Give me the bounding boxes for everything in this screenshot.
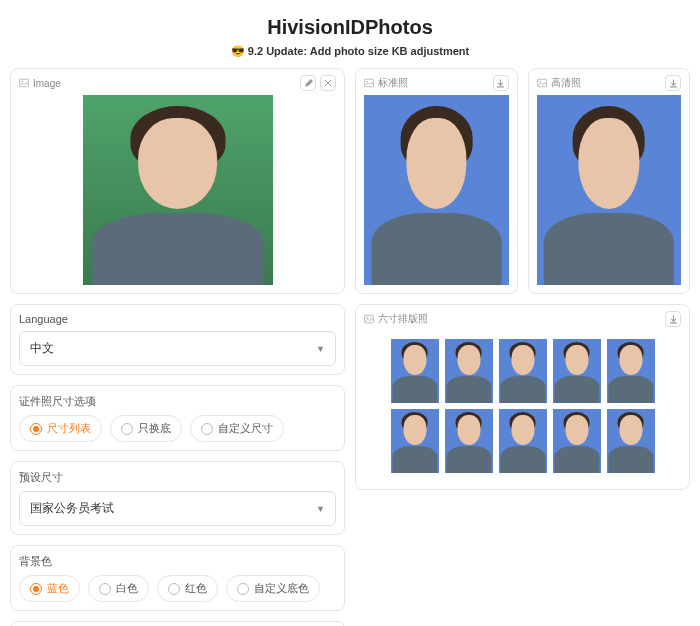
image-panel-label: Image [33,78,61,89]
bg-color-white[interactable]: 白色 [88,575,149,602]
radio-icon [168,583,180,595]
layout-thumb [553,339,601,403]
svg-point-3 [366,81,368,83]
preset-size-select[interactable]: 国家公务员考试 ▼ [19,491,336,526]
size-options-panel: 证件照尺寸选项 尺寸列表 只换底 自定义尺寸 [10,385,345,451]
hd-photo-output[interactable] [537,95,682,285]
radio-icon [30,583,42,595]
layout-thumb [445,409,493,473]
clear-image-button[interactable] [320,75,336,91]
standard-photo-output[interactable] [364,95,509,285]
language-label: Language [19,313,336,325]
output-top-row: 标准照 [355,68,690,294]
image-upload-panel: Image [10,68,345,294]
language-panel: Language 中文 ▼ [10,304,345,375]
page-title: HivisionIDPhotos [10,16,690,39]
page-subtitle: 😎 9.2 Update: Add photo size KB adjustme… [10,45,690,58]
svg-point-1 [21,81,23,83]
size-option-change-bg[interactable]: 只换底 [110,415,182,442]
radio-icon [121,423,133,435]
chevron-down-icon: ▼ [316,504,325,514]
download-hd-button[interactable] [665,75,681,91]
language-select[interactable]: 中文 ▼ [19,331,336,366]
bg-color-custom[interactable]: 自定义底色 [226,575,320,602]
hd-photo-panel: 高清照 [528,68,691,294]
bg-color-group: 蓝色 白色 红色 自定义底色 [19,575,336,602]
main-layout: Image [10,68,690,626]
image-icon [19,78,29,88]
preset-size-label: 预设尺寸 [19,470,336,485]
chevron-down-icon: ▼ [316,344,325,354]
bg-color-red[interactable]: 红色 [157,575,218,602]
size-option-list[interactable]: 尺寸列表 [19,415,102,442]
right-column: 标准照 [355,68,690,626]
layout-thumb [607,409,655,473]
bg-color-label: 背景色 [19,554,336,569]
image-icon [537,78,547,88]
input-image-preview[interactable] [83,95,273,285]
render-mode-panel: 渲染方式 纯色 上下渐变 (白) 中心渐变 (白) [10,621,345,626]
layout-thumb [391,409,439,473]
standard-photo-panel: 标准照 [355,68,518,294]
radio-icon [201,423,213,435]
hd-photo-label: 高清照 [551,76,581,90]
layout-thumb [553,409,601,473]
standard-photo-label: 标准照 [378,76,408,90]
radio-icon [237,583,249,595]
download-standard-button[interactable] [493,75,509,91]
language-value: 中文 [30,340,54,357]
layout-thumb [499,409,547,473]
svg-point-7 [366,317,368,319]
portrait-illustration [83,95,273,285]
radio-icon [99,583,111,595]
size-options-group: 尺寸列表 只换底 自定义尺寸 [19,415,336,442]
preset-size-value: 国家公务员考试 [30,500,114,517]
portrait-illustration [537,95,682,285]
bg-color-panel: 背景色 蓝色 白色 红色 自定义底色 [10,545,345,611]
six-inch-panel: 六寸排版照 [355,304,690,490]
image-icon [364,314,374,324]
portrait-illustration [364,95,509,285]
left-column: Image [10,68,345,626]
six-inch-label: 六寸排版照 [378,312,428,326]
layout-thumb [445,339,493,403]
size-option-custom[interactable]: 自定义尺寸 [190,415,284,442]
download-six-inch-button[interactable] [665,311,681,327]
layout-thumb [499,339,547,403]
layout-thumb [391,339,439,403]
bg-color-blue[interactable]: 蓝色 [19,575,80,602]
radio-icon [30,423,42,435]
layout-thumb [607,339,655,403]
six-inch-output[interactable] [364,331,681,481]
preset-size-panel: 预设尺寸 国家公务员考试 ▼ [10,461,345,535]
svg-point-5 [539,81,541,83]
edit-image-button[interactable] [300,75,316,91]
app-root: HivisionIDPhotos 😎 9.2 Update: Add photo… [0,0,700,626]
image-icon [364,78,374,88]
image-panel-header: Image [19,75,336,91]
size-options-label: 证件照尺寸选项 [19,394,336,409]
